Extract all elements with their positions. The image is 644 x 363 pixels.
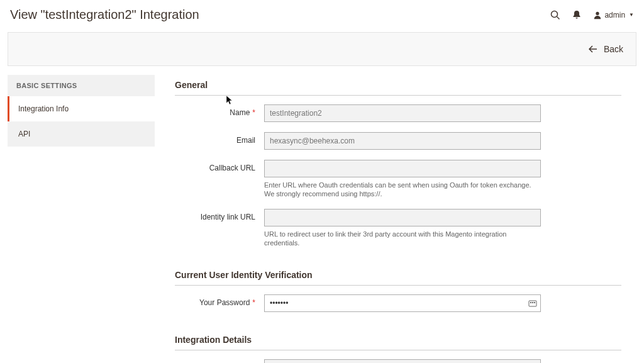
section-title: Current User Identity Verification [175, 265, 621, 286]
header-actions: admin ▼ [550, 10, 634, 20]
svg-line-1 [557, 16, 560, 19]
password-input[interactable] [264, 294, 541, 312]
callback-url-input[interactable] [264, 160, 541, 177]
consumer-key-input[interactable] [264, 359, 541, 363]
sidebar-item-integration-info[interactable]: Integration Info [8, 96, 155, 121]
chevron-down-icon: ▼ [629, 12, 634, 18]
svg-rect-6 [534, 302, 535, 303]
field-hint: URL to redirect user to link their 3rd p… [264, 230, 541, 248]
content: BASIC SETTINGS Integration Info API Gene… [0, 66, 644, 363]
svg-point-2 [596, 11, 599, 14]
identity-url-input[interactable] [264, 209, 541, 226]
field-label: Email [175, 132, 264, 145]
page-header: View "testIntegration2" Integration admi… [0, 0, 644, 27]
field-label: Name* [175, 104, 264, 117]
page-title: View "testIntegration2" Integration [10, 8, 199, 22]
field-name: Name* [175, 104, 621, 122]
required-icon: * [252, 298, 255, 307]
field-label: Consumer Key [175, 359, 264, 363]
svg-rect-3 [529, 301, 536, 306]
field-consumer-key: Consumer Key [175, 359, 621, 363]
section-title: Integration Details [175, 330, 621, 350]
action-bar: Back [8, 32, 636, 66]
svg-rect-5 [532, 302, 533, 303]
sidebar-item-label: Integration Info [18, 104, 69, 113]
sidebar-item-api[interactable]: API [8, 121, 155, 147]
field-password: Your Password* [175, 294, 621, 312]
main-panel: General Name* Email Callback URL [175, 75, 636, 363]
notification-icon[interactable] [572, 10, 582, 20]
sidebar-item-label: API [18, 130, 30, 138]
name-input[interactable] [264, 104, 541, 122]
email-input[interactable] [264, 132, 541, 150]
field-hint: Enter URL where Oauth credentials can be… [264, 181, 541, 199]
field-label: Your Password* [175, 294, 264, 307]
section-general: General Name* Email Callback URL [175, 75, 621, 247]
required-icon: * [252, 108, 255, 117]
svg-point-0 [552, 11, 558, 17]
section-title: General [175, 75, 621, 96]
sidebar-header: BASIC SETTINGS [8, 75, 155, 96]
svg-rect-4 [530, 302, 531, 303]
field-label: Callback URL [175, 160, 264, 172]
field-callback-url: Callback URL Enter URL where Oauth crede… [175, 160, 621, 199]
sidebar: BASIC SETTINGS Integration Info API [8, 75, 155, 363]
back-label: Back [604, 44, 623, 54]
section-details: Integration Details Consumer Key Consume… [175, 330, 621, 363]
field-email: Email [175, 132, 621, 150]
user-name: admin [604, 11, 625, 20]
section-verification: Current User Identity Verification Your … [175, 265, 621, 312]
field-identity-url: Identity link URL URL to redirect user t… [175, 209, 621, 248]
user-menu[interactable]: admin ▼ [593, 11, 634, 20]
back-button[interactable]: Back [589, 44, 623, 54]
field-label: Identity link URL [175, 209, 264, 221]
password-manager-icon[interactable] [528, 299, 537, 308]
search-icon[interactable] [550, 10, 560, 20]
